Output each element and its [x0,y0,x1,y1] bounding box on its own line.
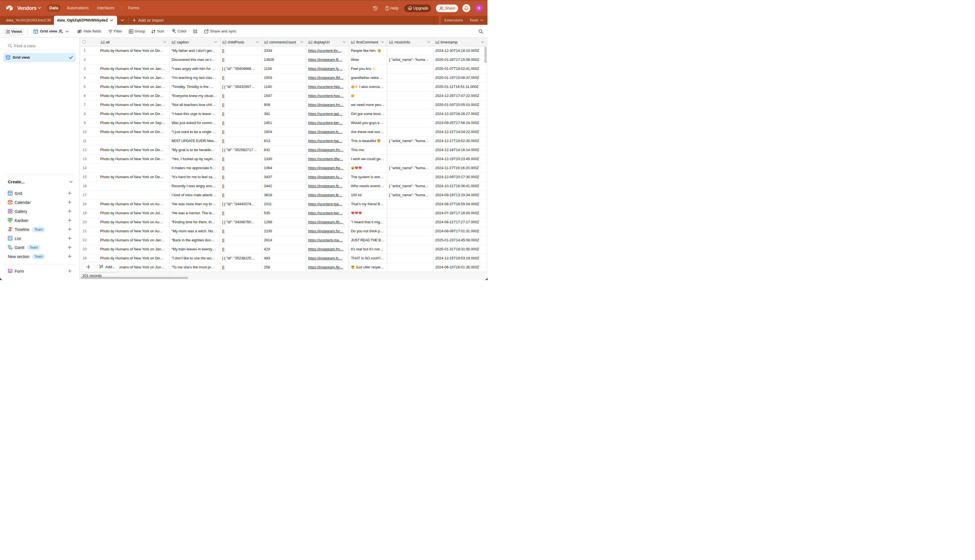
svg-text:31: 31 [9,202,11,204]
